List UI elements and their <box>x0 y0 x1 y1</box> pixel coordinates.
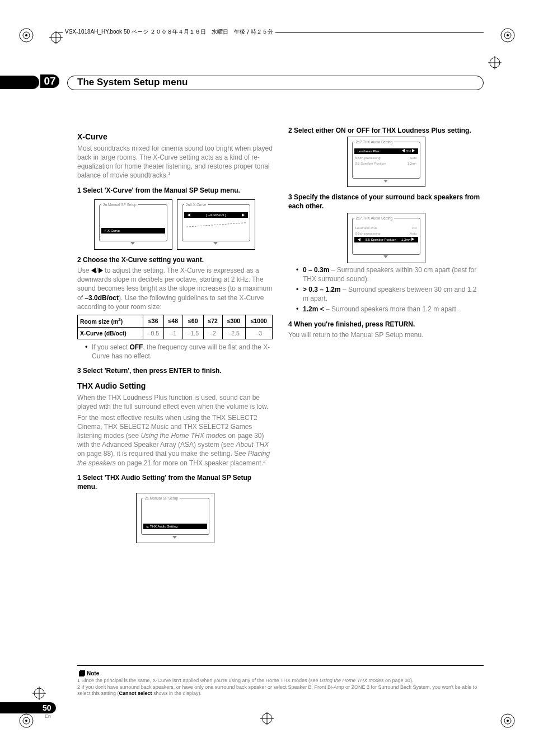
page-number-block: 50 En <box>0 702 62 717</box>
bullet-off: If you select OFF, the frequency curve w… <box>85 343 273 361</box>
crop-mark-icon <box>32 687 46 700</box>
table-cell: –3 <box>245 327 272 339</box>
osd-thx-loudness: 2a7.THX Audio Setting Loudness Plus ON S… <box>347 137 425 187</box>
thx-para1: When the THX Loudness Plus function is u… <box>77 393 273 411</box>
table-col: ≤72 <box>203 315 222 327</box>
svg-point-18 <box>34 688 44 698</box>
note-label: Note <box>77 670 101 677</box>
note-1: 1 Since the principal is the same, X-Cur… <box>77 678 484 684</box>
step-1-xcurve: 1 Select 'X-Curve' from the Manual SP Se… <box>77 186 273 195</box>
table-col: ≤48 <box>164 315 183 327</box>
osd-row-xcurve: 2a.Manual SP Setup f. X-Curve 2a6.X-Curv… <box>94 199 273 250</box>
reg-mark-icon <box>499 712 516 729</box>
step-3-thx: 3 Specify the distance of your surround … <box>288 193 484 211</box>
svg-point-15 <box>490 58 500 68</box>
sb-distance-bullets: 0 – 0.3m – Surround speakers within 30 c… <box>296 265 484 314</box>
svg-point-8 <box>25 720 27 722</box>
chapter-title: The System Setup menu <box>77 77 193 88</box>
list-item: 0 – 0.3m – Surround speakers within 30 c… <box>296 265 484 283</box>
svg-point-5 <box>507 34 509 36</box>
table-header-roomsize: Room size (m2) <box>78 315 143 327</box>
section-thx-title: THX Audio Setting <box>77 381 273 391</box>
step-2-thx: 2 Select either ON or OFF for THX Loudne… <box>288 126 484 135</box>
table-cell: –1.5 <box>182 327 203 339</box>
svg-point-2 <box>25 34 27 36</box>
section-xcurve-para: Most soundtracks mixed for cinema sound … <box>77 144 273 180</box>
list-item: > 0.3 – 1.2m – Surround speakers between… <box>296 285 484 303</box>
page-number: 50 <box>43 702 51 713</box>
left-column: X-Curve Most soundtracks mixed for cinem… <box>77 126 273 644</box>
svg-point-1 <box>23 32 30 39</box>
notes-section: Note 1 Since the principal is the same, … <box>77 665 484 697</box>
step-3-xcurve: 3 Select 'Return', then press ENTER to f… <box>77 366 273 375</box>
osd-xcurve-value: 2a6.X-Curve [ –3.0dB/oct ] <box>177 199 255 250</box>
xcurve-table: Room size (m2) ≤36 ≤48 ≤60 ≤72 ≤300 ≤100… <box>77 315 273 339</box>
step-1-thx: 1 Select 'THX Audio Setting' from the Ma… <box>77 473 273 491</box>
book-header-text: VSX-1018AH_HY.book 50 ページ ２００８年４月１６日 水曜日… <box>63 28 275 36</box>
svg-point-12 <box>51 32 61 43</box>
arrow-right-icon <box>99 268 103 273</box>
table-cell: –0.5 <box>143 327 163 339</box>
reg-mark-icon <box>18 27 35 44</box>
svg-point-21 <box>262 713 272 724</box>
table-cell: –2 <box>203 327 222 339</box>
osd-thx-audio-setting-menu: 2a.Manual SP Setup g. THX Audio Setting <box>136 493 214 543</box>
svg-point-7 <box>23 717 30 724</box>
section-xcurve-title: X-Curve <box>77 132 273 142</box>
osd-manual-sp-setup: 2a.Manual SP Setup f. X-Curve <box>94 199 172 250</box>
svg-point-9 <box>501 714 514 727</box>
crop-mark-icon <box>260 712 274 725</box>
svg-point-0 <box>20 29 33 42</box>
chapter-number: 07 <box>40 74 59 88</box>
page-lang: En <box>45 713 51 719</box>
right-column: 2 Select either ON or OFF for THX Loudne… <box>288 126 484 644</box>
osd-sb-position: 2a7.THX Audio Setting Loudness PlusON SB… <box>347 213 425 263</box>
step-4-thx-para: You will return to the Manual SP Setup m… <box>288 330 484 339</box>
table-col: ≤36 <box>143 315 163 327</box>
svg-point-4 <box>504 32 511 39</box>
step-4-thx: 4 When you're finished, press RETURN. <box>288 320 484 329</box>
table-cell: –2.5 <box>222 327 245 339</box>
table-cell: –1 <box>164 327 183 339</box>
thx-para2: For the most effective results when usin… <box>77 413 273 468</box>
step-2-xcurve-para: Use / to adjust the setting. The X-Curve… <box>77 266 273 311</box>
step-2-xcurve: 2 Choose the X-Curve setting you want. <box>77 255 273 264</box>
svg-point-10 <box>504 717 511 724</box>
reg-mark-icon <box>499 27 516 44</box>
svg-point-11 <box>507 720 509 722</box>
svg-point-3 <box>501 29 514 42</box>
chapter-header: 07 The System Setup menu <box>0 76 484 91</box>
note-2: 2 If you don't have surround back speake… <box>77 684 484 697</box>
table-row-label: X-Curve (dB/oct) <box>78 327 143 339</box>
list-item: 1.2m < – Surround speakers more than 1.2… <box>296 305 484 314</box>
crop-mark-icon <box>488 56 502 69</box>
arrow-left-icon <box>91 268 96 273</box>
table-col: ≤60 <box>182 315 203 327</box>
table-col: ≤1000 <box>245 315 272 327</box>
table-col: ≤300 <box>222 315 245 327</box>
